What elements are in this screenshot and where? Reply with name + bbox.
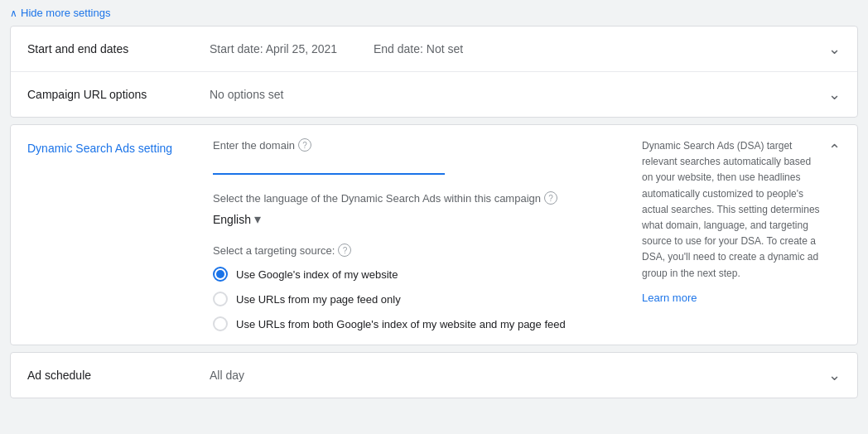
settings-card: Start and end dates Start date: April 25…: [10, 26, 858, 118]
campaign-url-label: Campaign URL options: [27, 88, 210, 101]
domain-help-icon[interactable]: ?: [298, 138, 311, 152]
dsa-collapse-icon[interactable]: ⌃: [828, 138, 841, 162]
radio-option-both[interactable]: Use URLs from both Google's index of my …: [213, 316, 622, 331]
end-date-value: End date: Not set: [374, 42, 463, 55]
radio-circle-google-index: [213, 267, 228, 282]
dsa-section-label: Dynamic Search Ads setting: [27, 138, 193, 331]
ad-schedule-row[interactable]: Ad schedule All day ⌄: [10, 352, 858, 398]
targeting-help-icon[interactable]: ?: [338, 244, 351, 257]
ad-schedule-chevron-icon: ⌄: [828, 366, 841, 384]
chevron-up-icon: ∧: [10, 8, 17, 18]
start-end-dates-label: Start and end dates: [27, 42, 210, 55]
domain-input[interactable]: [213, 157, 445, 175]
ad-schedule-label: Ad schedule: [27, 369, 210, 382]
radio-circle-both: [213, 316, 228, 331]
start-date-value: Start date: April 25, 2021: [210, 42, 337, 55]
radio-option-google-index[interactable]: Use Google's index of my website: [213, 267, 622, 282]
hide-settings-label: Hide more settings: [21, 7, 110, 19]
campaign-url-value: No options set: [210, 88, 828, 101]
start-end-dates-chevron-icon: ⌄: [828, 40, 841, 58]
domain-label: Enter the domain ?: [213, 138, 622, 152]
start-end-dates-row[interactable]: Start and end dates Start date: April 25…: [11, 27, 857, 72]
dsa-card: Dynamic Search Ads setting Enter the dom…: [10, 124, 858, 345]
radio-option-page-feed[interactable]: Use URLs from my page feed only: [213, 292, 622, 306]
radio-label-google-index: Use Google's index of my website: [236, 268, 398, 281]
dsa-main-content: Enter the domain ? Select the language o…: [213, 138, 622, 331]
campaign-url-row[interactable]: Campaign URL options No options set ⌄: [11, 72, 857, 117]
language-value: English: [213, 213, 251, 226]
targeting-radio-group: Use Google's index of my website Use URL…: [213, 267, 622, 331]
radio-label-both: Use URLs from both Google's index of my …: [236, 318, 566, 330]
radio-label-page-feed: Use URLs from my page feed only: [236, 293, 401, 306]
radio-circle-page-feed: [213, 292, 228, 306]
ad-schedule-value: All day: [210, 369, 828, 382]
language-help-icon[interactable]: ?: [544, 191, 557, 205]
language-select-label: Select the language of the Dynamic Searc…: [213, 191, 622, 205]
learn-more-link[interactable]: Learn more: [642, 290, 697, 307]
hide-settings-link[interactable]: ∧ Hide more settings: [10, 7, 858, 19]
start-end-dates-value: Start date: April 25, 2021 End date: Not…: [210, 42, 828, 55]
language-select[interactable]: English ▾: [213, 211, 622, 227]
dsa-description-text: Dynamic Search Ads (DSA) target relevant…: [642, 138, 841, 282]
language-dropdown-arrow-icon: ▾: [254, 211, 261, 227]
dsa-description-panel: ⌃ Dynamic Search Ads (DSA) target releva…: [642, 138, 841, 331]
targeting-source-label: Select a targeting source: ?: [213, 244, 622, 257]
campaign-url-chevron-icon: ⌄: [828, 85, 841, 104]
